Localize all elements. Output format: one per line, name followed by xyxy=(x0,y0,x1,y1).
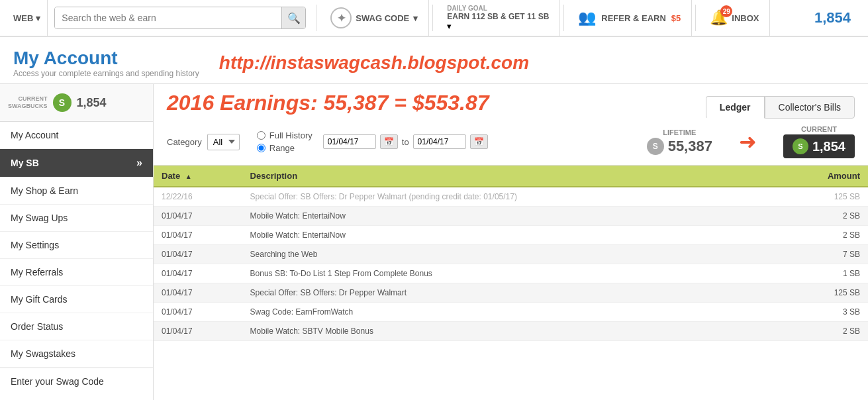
description-cell: Mobile Watch: SBTV Mobile Bonus xyxy=(242,322,777,341)
date-cell: 12/22/16 xyxy=(154,187,242,207)
page-title: My Account xyxy=(13,48,199,69)
sidebar-item-my-gift-cards[interactable]: My Gift Cards xyxy=(0,286,153,313)
description-column-header: Description xyxy=(242,166,777,187)
current-value-box: S 1,854 xyxy=(783,134,855,158)
amount-cell: 125 SB xyxy=(777,187,868,207)
blog-link[interactable]: http://instaswagcash.blogspot.com xyxy=(219,52,529,74)
refer-label: REFER & EARN xyxy=(601,13,666,23)
date-column-header[interactable]: Date ▲ xyxy=(154,166,242,187)
daily-goal-nav[interactable]: DAILY GOAL EARN 112 SB & GET 11 SB ▾ xyxy=(436,0,560,36)
category-label: Category xyxy=(167,137,202,147)
date-cell: 01/04/17 xyxy=(154,322,242,341)
category-select[interactable]: All xyxy=(207,134,240,150)
main-layout: CURRENTSWAGBUCKS S 1,854 My Account My S… xyxy=(0,84,868,400)
daily-goal-value: EARN 112 SB & GET 11 SB xyxy=(447,12,549,21)
sidebar-item-label: My Account xyxy=(11,130,58,140)
daily-goal-label: DAILY GOAL xyxy=(447,5,487,12)
range-radio-label[interactable]: Range xyxy=(257,143,313,153)
amount-cell: 1 SB xyxy=(777,264,868,283)
description-cell: Special Offer: SB Offers: Dr Pepper Walm… xyxy=(242,283,777,303)
refer-icon: 👥 xyxy=(578,9,596,26)
lifetime-label: LIFETIME xyxy=(663,128,696,136)
nav-divider-3 xyxy=(563,5,564,31)
arrow-right-icon: ➜ xyxy=(739,129,757,154)
refer-amount: $5 xyxy=(671,13,681,23)
sidebar-item-label: Order Status xyxy=(11,321,63,332)
sidebar-swag-code-label: Enter your Swag Code xyxy=(11,376,104,387)
web-label: WEB xyxy=(13,13,33,23)
tab-ledger[interactable]: Ledger xyxy=(706,96,765,119)
top-nav: WEB ▾ 🔍 ✦ SWAG CODE ▾ DAILY GOAL EARN 11… xyxy=(0,0,868,37)
sidebar-item-my-referrals[interactable]: My Referrals xyxy=(0,259,153,286)
description-cell: Bonus SB: To-Do List 1 Step From Complet… xyxy=(242,264,777,283)
web-dropdown[interactable]: WEB ▾ xyxy=(7,0,48,36)
table-row: 01/04/17Mobile Watch: EntertaiNow2 SB xyxy=(154,207,868,226)
sidebar-item-my-settings[interactable]: My Settings xyxy=(0,232,153,259)
sort-arrow-icon: ▲ xyxy=(185,173,192,180)
full-history-radio-label[interactable]: Full History xyxy=(257,130,313,140)
amount-cell: 125 SB xyxy=(777,283,868,303)
sidebar-item-label: My Swagstakes xyxy=(11,348,75,359)
sidebar-item-my-sb[interactable]: My SB » xyxy=(0,149,153,177)
date-to-input[interactable] xyxy=(413,134,466,149)
amount-cell: 2 SB xyxy=(777,322,868,341)
description-cell: Special Offer: SB Offers: Dr Pepper Walm… xyxy=(242,187,777,207)
inbox-nav[interactable]: 🔔 29 INBOX xyxy=(699,0,770,36)
nav-divider-2 xyxy=(432,5,433,31)
search-area: 🔍 xyxy=(54,7,306,29)
search-button[interactable]: 🔍 xyxy=(281,7,305,28)
date-from-calendar-button[interactable]: 📅 xyxy=(380,134,398,149)
web-chevron-icon: ▾ xyxy=(36,13,40,23)
sidebar-swag-code[interactable]: Enter your Swag Code xyxy=(0,368,153,395)
sidebar-item-my-swagstakes[interactable]: My Swagstakes xyxy=(0,340,153,368)
coin-icon: S xyxy=(647,138,664,155)
sidebar-item-my-account[interactable]: My Account xyxy=(0,122,153,149)
page-subtitle: Access your complete earnings and spendi… xyxy=(13,69,199,78)
to-label: to xyxy=(402,137,409,147)
sidebar-arrow-icon: » xyxy=(136,157,142,169)
full-history-radio[interactable] xyxy=(257,131,265,140)
swag-code-nav[interactable]: ✦ SWAG CODE ▾ xyxy=(320,0,429,36)
date-cell: 01/04/17 xyxy=(154,207,242,226)
page-header-left: My Account Access your complete earnings… xyxy=(13,48,199,78)
date-to-calendar-button[interactable]: 📅 xyxy=(470,134,488,149)
date-cell: 01/04/17 xyxy=(154,245,242,264)
transactions-table: Date ▲ Description Amount 12/22/16Specia… xyxy=(154,166,868,341)
table-row: 01/04/17Searching the Web7 SB xyxy=(154,245,868,264)
date-cell: 01/04/17 xyxy=(154,303,242,322)
refer-nav[interactable]: 👥 REFER & EARN $5 xyxy=(567,0,692,36)
table-row: 01/04/17Special Offer: SB Offers: Dr Pep… xyxy=(154,283,868,303)
sidebar-item-order-status[interactable]: Order Status xyxy=(0,313,153,340)
date-from-input[interactable] xyxy=(323,134,376,149)
date-cell: 01/04/17 xyxy=(154,226,242,245)
sidebar-item-my-shop-earn[interactable]: My Shop & Earn xyxy=(0,177,153,205)
sidebar-item-label: My Settings xyxy=(11,240,59,250)
nav-divider-4 xyxy=(695,5,696,31)
table-wrapper: Date ▲ Description Amount 12/22/16Specia… xyxy=(154,166,868,341)
description-cell: Swag Code: EarnFromWatch xyxy=(242,303,777,322)
amount-cell: 3 SB xyxy=(777,303,868,322)
green-sb-icon: S xyxy=(793,138,808,154)
search-input[interactable] xyxy=(55,7,281,28)
swag-code-label: SWAG CODE xyxy=(356,13,409,23)
sidebar-item-label: My Referrals xyxy=(11,267,63,277)
page-header: My Account Access your complete earnings… xyxy=(0,37,868,84)
lifetime-value: 55,387 xyxy=(668,138,712,155)
amount-cell: 2 SB xyxy=(777,226,868,245)
description-cell: Mobile Watch: EntertaiNow xyxy=(242,226,777,245)
main-content: 2016 Earnings: 55,387 = $553.87 Ledger C… xyxy=(154,84,868,400)
sidebar-item-my-swag-ups[interactable]: My Swag Ups xyxy=(0,205,153,232)
inbox-badge: 29 xyxy=(720,5,732,17)
full-history-label: Full History xyxy=(269,130,313,140)
nav-sb-balance: 1,854 xyxy=(804,9,861,26)
range-radio[interactable] xyxy=(257,144,265,152)
tab-collectors-bills[interactable]: Collector's Bills xyxy=(765,96,855,119)
date-cell: 01/04/17 xyxy=(154,264,242,283)
sidebar-item-label: My Swag Ups xyxy=(11,213,68,223)
sidebar: CURRENTSWAGBUCKS S 1,854 My Account My S… xyxy=(0,84,154,400)
swag-code-chevron-icon: ▾ xyxy=(413,13,418,23)
nav-divider-1 xyxy=(316,5,316,31)
table-row: 01/04/17Mobile Watch: SBTV Mobile Bonus2… xyxy=(154,322,868,341)
amount-column-header: Amount xyxy=(777,166,868,187)
table-row: 01/04/17Swag Code: EarnFromWatch3 SB xyxy=(154,303,868,322)
